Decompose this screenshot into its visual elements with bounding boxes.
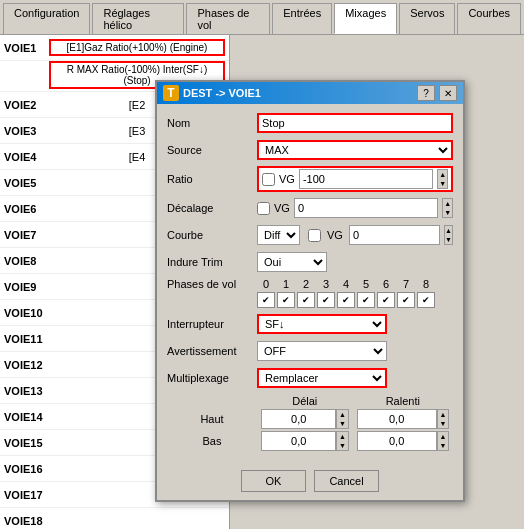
voie8-label: VOIE8 — [4, 255, 49, 267]
phase-check-3[interactable]: ✔ — [317, 292, 335, 308]
phase-check-7[interactable]: ✔ — [397, 292, 415, 308]
multiplexage-select[interactable]: Remplacer Additionner Multiplier — [257, 368, 387, 388]
bas-delai-spinner[interactable]: ▲ ▼ — [336, 431, 348, 451]
courbe-label: Courbe — [167, 229, 257, 241]
form-row-courbe: Courbe Diff VG ▲ ▼ — [167, 224, 453, 246]
interrupteur-select[interactable]: SF↓ — [257, 314, 387, 334]
tab-reglages[interactable]: Réglages hélico — [92, 3, 184, 34]
bas-ralenti-input[interactable] — [357, 431, 437, 451]
decalage-vg-checkbox[interactable] — [257, 202, 270, 215]
phase-check-1[interactable]: ✔ — [277, 292, 295, 308]
courbe-select[interactable]: Diff — [257, 225, 300, 245]
phase-num-6: 6 — [377, 278, 395, 290]
voie1-label: VOIE1 — [4, 42, 49, 54]
tab-mixages[interactable]: Mixages — [334, 3, 397, 34]
voie4-label: VOIE4 — [4, 151, 49, 163]
voie-row-1[interactable]: VOIE1 [E1]Gaz Ratio(+100%) (Engine) — [0, 35, 229, 61]
phase-check-5[interactable]: ✔ — [357, 292, 375, 308]
phase-num-1: 1 — [277, 278, 295, 290]
source-select[interactable]: MAX — [257, 140, 453, 160]
voie17-label: VOIE17 — [4, 489, 49, 501]
phase-check-2[interactable]: ✔ — [297, 292, 315, 308]
ratio-spinner[interactable]: ▲ ▼ — [437, 169, 448, 189]
decalage-spinner-up[interactable]: ▲ — [443, 199, 452, 208]
courbe-vg-checkbox[interactable] — [308, 229, 321, 242]
phase-num-7: 7 — [397, 278, 415, 290]
phase-check-6[interactable]: ✔ — [377, 292, 395, 308]
dest-voie1-dialog: T DEST -> VOIE1 ? ✕ Nom Source MAX Ratio — [155, 80, 465, 502]
voie15-label: VOIE15 — [4, 437, 49, 449]
tab-servos[interactable]: Servos — [399, 3, 455, 34]
tab-configuration[interactable]: Configuration — [3, 3, 90, 34]
multiplexage-label: Multiplexage — [167, 372, 257, 384]
phase-num-3: 3 — [317, 278, 335, 290]
dialog-app-icon: T — [163, 85, 179, 101]
indure-select[interactable]: Oui Non — [257, 252, 327, 272]
nom-input[interactable] — [257, 113, 453, 133]
voie1-content: [E1]Gaz Ratio(+100%) (Engine) — [49, 39, 225, 56]
decalage-spinner-down[interactable]: ▼ — [443, 208, 452, 217]
bas-delai-input[interactable] — [261, 431, 336, 451]
voie18-label: VOIE18 — [4, 515, 49, 527]
dialog-footer: OK Cancel — [157, 464, 463, 500]
multiplexage-field-container: Remplacer Additionner Multiplier — [257, 368, 453, 388]
nom-field-container — [257, 113, 453, 133]
delay-row-bas: Bas ▲ ▼ — [167, 430, 453, 452]
voie2-label: VOIE2 — [4, 99, 49, 111]
phase-num-5: 5 — [357, 278, 375, 290]
decalage-spinner[interactable]: ▲ ▼ — [442, 198, 453, 218]
cancel-button[interactable]: Cancel — [314, 470, 379, 492]
ratio-vg-checkbox[interactable] — [262, 173, 275, 186]
voie16-label: VOIE16 — [4, 463, 49, 475]
decalage-field-container: VG ▲ ▼ — [257, 198, 453, 218]
decalage-label: Décalage — [167, 202, 257, 214]
bas-ralenti-spinner[interactable]: ▲ ▼ — [437, 431, 449, 451]
indure-field-container: Oui Non — [257, 252, 453, 272]
courbe-number-input[interactable] — [349, 225, 440, 245]
tab-entrees[interactable]: Entrées — [272, 3, 332, 34]
phase-check-4[interactable]: ✔ — [337, 292, 355, 308]
phases-label: Phases de vol — [167, 278, 257, 290]
phases-checks-row: ✔ ✔ ✔ ✔ ✔ ✔ ✔ ✔ ✔ — [257, 292, 435, 308]
voie3-label: VOIE3 — [4, 125, 49, 137]
ratio-spinner-up[interactable]: ▲ — [438, 170, 447, 179]
interrupteur-label: Interrupteur — [167, 318, 257, 330]
phase-num-2: 2 — [297, 278, 315, 290]
decalage-number-input[interactable] — [294, 198, 438, 218]
tab-courbes[interactable]: Courbes — [457, 3, 521, 34]
tab-phases[interactable]: Phases de vol — [186, 3, 270, 34]
delai-header: Délai — [257, 394, 353, 408]
avertissement-select[interactable]: OFF — [257, 341, 387, 361]
decalage-vg-label: VG — [274, 202, 290, 214]
form-row-phases: Phases de vol 0 1 2 3 4 5 6 7 8 ✔ ✔ ✔ — [167, 278, 453, 308]
phases-numbers-row: 0 1 2 3 4 5 6 7 8 — [257, 278, 435, 290]
courbe-spinner[interactable]: ▲ ▼ — [444, 225, 453, 245]
haut-ralenti-spinner[interactable]: ▲ ▼ — [437, 409, 449, 429]
dialog-close-button[interactable]: ✕ — [439, 85, 457, 101]
dialog-title: DEST -> VOIE1 — [183, 87, 413, 99]
voie7-label: VOIE7 — [4, 229, 49, 241]
phase-check-0[interactable]: ✔ — [257, 292, 275, 308]
ratio-number-input[interactable] — [299, 169, 434, 189]
haut-delai-spinner[interactable]: ▲ ▼ — [336, 409, 348, 429]
voie11-label: VOIE11 — [4, 333, 49, 345]
haut-delai-input[interactable] — [261, 409, 336, 429]
haut-ralenti-input[interactable] — [357, 409, 437, 429]
dialog-icon-text: T — [167, 86, 174, 100]
voie-row-18[interactable]: VOIE18 — [0, 508, 229, 529]
delay-row-haut: Haut ▲ ▼ — [167, 408, 453, 430]
courbe-spinner-up[interactable]: ▲ — [445, 226, 452, 235]
voie5-label: VOIE5 — [4, 177, 49, 189]
ratio-spinner-down[interactable]: ▼ — [438, 179, 447, 188]
ok-button[interactable]: OK — [241, 470, 306, 492]
dialog-help-button[interactable]: ? — [417, 85, 435, 101]
interrupteur-field-container: SF↓ — [257, 314, 453, 334]
tab-bar: Configuration Réglages hélico Phases de … — [0, 0, 524, 35]
bas-label: Bas — [167, 430, 257, 452]
courbe-vg-label: VG — [327, 229, 343, 241]
courbe-field-container: Diff VG ▲ ▼ — [257, 225, 453, 245]
ratio-vg-label: VG — [279, 173, 295, 185]
voie9-label: VOIE9 — [4, 281, 49, 293]
phase-check-8[interactable]: ✔ — [417, 292, 435, 308]
courbe-spinner-down[interactable]: ▼ — [445, 235, 452, 244]
